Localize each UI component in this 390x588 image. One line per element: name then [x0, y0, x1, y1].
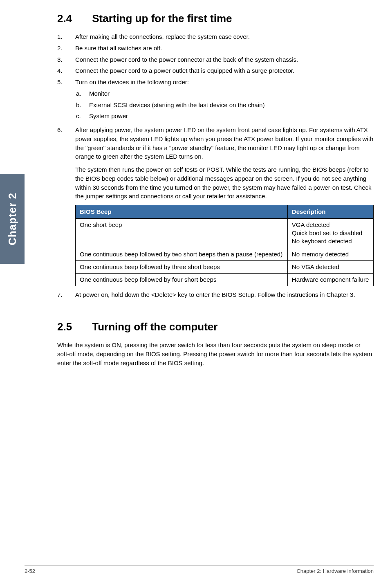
page-footer: 2-52 Chapter 2: Hardware information [25, 565, 374, 574]
cell-beep: One continuous beep followed by two shor… [76, 248, 288, 260]
substep-text: System power [89, 112, 374, 121]
steps-list: 1. After making all the connections, rep… [57, 32, 374, 299]
table-header-beep: BIOS Beep [76, 205, 288, 219]
list-item: c. System power [75, 112, 374, 121]
list-item: 4. Connect the power cord to a power out… [57, 66, 374, 75]
section-2-5-title: Turning off the computer [92, 321, 217, 333]
step-number: 7. [57, 290, 75, 299]
table-row: One short beep VGA detected Quick boot s… [76, 218, 374, 248]
substep-letter: b. [75, 101, 89, 110]
list-item: 2. Be sure that all switches are off. [57, 44, 374, 53]
step-text: Connect the power cord to a power outlet… [75, 66, 374, 75]
cell-desc: VGA detected Quick boot set to disabled … [287, 218, 373, 248]
step-number: 3. [57, 55, 75, 64]
list-item: a. Monitor [75, 89, 374, 98]
step-text: After making all the connections, replac… [75, 32, 374, 41]
step-text: After applying power, the system power L… [75, 126, 374, 286]
cell-beep: One short beep [76, 218, 288, 248]
step-6-para2: The system then runs the power-on self t… [75, 165, 374, 201]
list-item: 7. At power on, hold down the <Delete> k… [57, 290, 374, 299]
step-number: 2. [57, 44, 75, 53]
section-2-5-number: 2.5 [57, 321, 89, 333]
chapter-side-tab-label: Chapter 2 [6, 193, 19, 245]
step-text: Connect the power cord to the power conn… [75, 55, 374, 64]
list-item: b. External SCSI devices (starting with … [75, 101, 374, 110]
cell-beep: One continuous beep followed by four sho… [76, 274, 288, 286]
step-text: Turn on the devices in the following ord… [75, 78, 374, 123]
table-row: One continuous beep followed by three sh… [76, 260, 374, 273]
step-text: At power on, hold down the <Delete> key … [75, 290, 374, 299]
cell-beep: One continuous beep followed by three sh… [76, 260, 288, 273]
step-text: Be sure that all switches are off. [75, 44, 374, 53]
step-number: 6. [57, 126, 75, 286]
chapter-side-tab: Chapter 2 [0, 174, 25, 264]
cell-desc: No VGA detected [287, 260, 373, 273]
section-2-4-title: Starting up for the first time [92, 12, 232, 25]
step-number: 4. [57, 66, 75, 75]
list-item: 6. After applying power, the system powe… [57, 126, 374, 286]
substep-letter: c. [75, 112, 89, 121]
section-2-5-body: While the system is ON, pressing the pow… [57, 341, 374, 367]
substep-text: Monitor [89, 89, 374, 98]
table-header-desc: Description [287, 205, 373, 219]
bios-beep-table: BIOS Beep Description One short beep VGA… [75, 205, 374, 286]
section-2-4-number: 2.4 [57, 12, 89, 25]
cell-desc: Hardware component failure [287, 274, 373, 286]
table-row: One continuous beep followed by two shor… [76, 248, 374, 260]
list-item: 5. Turn on the devices in the following … [57, 78, 374, 123]
substep-letter: a. [75, 89, 89, 98]
section-2-4-heading: 2.4 Starting up for the first time [57, 12, 374, 25]
step-number: 1. [57, 32, 75, 41]
step-number: 5. [57, 78, 75, 123]
cell-desc: No memory detected [287, 248, 373, 260]
list-item: 1. After making all the connections, rep… [57, 32, 374, 41]
substep-text: External SCSI devices (starting with the… [89, 101, 374, 110]
list-item: 3. Connect the power cord to the power c… [57, 55, 374, 64]
section-2-5-heading: 2.5 Turning off the computer [57, 321, 374, 333]
footer-page-number: 2-52 [25, 568, 35, 574]
footer-chapter-label: Chapter 2: Hardware information [296, 568, 374, 574]
substeps-list: a. Monitor b. External SCSI devices (sta… [75, 89, 374, 121]
step-5-text: Turn on the devices in the following ord… [75, 79, 189, 85]
step-6-para1: After applying power, the system power L… [75, 126, 373, 160]
table-row: One continuous beep followed by four sho… [76, 274, 374, 286]
